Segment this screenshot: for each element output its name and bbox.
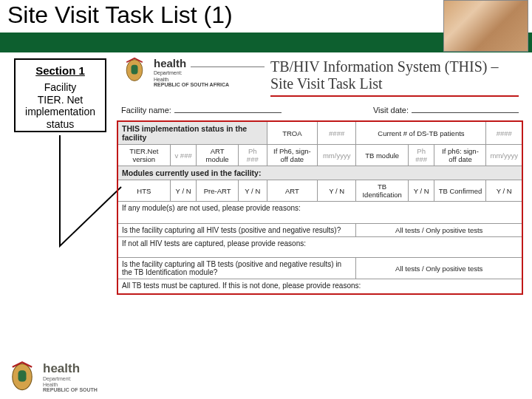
cell-tbid-yn: Y / N (408, 180, 434, 202)
facility-underline (174, 106, 282, 113)
cell-artm-yn: Y / N (317, 180, 356, 202)
cell-hiv-q: Is the facility capturing all HIV tests … (117, 224, 356, 237)
header-photo (443, 0, 528, 52)
cell-troa-label: TROA (267, 121, 317, 145)
brand-dept-l2: Health (154, 77, 265, 83)
cell-modules-header: Modules currently used in the facility: (117, 166, 522, 180)
section-caption: Facility TIER. Net implementation status (16, 77, 105, 130)
visit-date-field: Visit date: (373, 106, 519, 115)
footer-coat-of-arms-icon (6, 361, 38, 393)
doc-title-l2: Site Visit Task List (270, 75, 519, 92)
cell-tb-reason: All TB tests must be captured. If this i… (117, 279, 522, 294)
form-document: health Department: Health REPUBLIC OF SO… (117, 54, 523, 295)
coat-of-arms-icon (121, 57, 148, 83)
cell-ph6date-val: mm/yyyy (317, 145, 356, 166)
brand-dept-l3: REPUBLIC OF SOUTH AFRICA (154, 82, 265, 87)
cell-dstb-val: #### (486, 121, 522, 145)
footer-brand-name: health (43, 361, 98, 376)
cell-hiv-a: All tests / Only positive tests (356, 224, 522, 237)
cell-modules-reason: If any module(s) are not used, please pr… (117, 202, 522, 224)
footer-l2: Health (43, 382, 98, 388)
red-rule (270, 95, 519, 97)
footer-brand-text: health Department: Health REPUBLIC OF SO… (43, 361, 98, 392)
cell-hts-yn: Y / N (170, 180, 197, 202)
cell-art-label: ART module (197, 145, 238, 166)
cell-tbconf: TB Confirmed (434, 180, 486, 202)
svg-rect-1 (132, 65, 138, 75)
caption-l4: status (47, 118, 74, 130)
meta-row: Facility name: Visit date: (117, 104, 523, 120)
cell-version-label: TIER.Net version (117, 145, 170, 166)
cell-preart-yn: Y / N (238, 180, 267, 202)
cell-preart: Pre-ART (197, 180, 238, 202)
cell-tbconf-yn: Y / N (486, 180, 522, 202)
callout-pointer (51, 135, 125, 283)
doc-title-block: TB/HIV Information System (THIS) – Site … (270, 57, 519, 101)
caption-l2: TIER. Net (38, 94, 83, 106)
brand-block: health Department: Health REPUBLIC OF SO… (154, 57, 265, 87)
status-table: THIS implementation status in the facili… (117, 120, 523, 295)
footer-l1: Department: (43, 376, 98, 382)
cell-ph6b-label: If ph6: sign-off date (434, 145, 486, 166)
cell-ph6date-label: If Ph6, sign-off date (267, 145, 317, 166)
brand-dept-l1: Department: (154, 70, 265, 76)
form-header: health Department: Health REPUBLIC OF SO… (117, 54, 523, 104)
slide-title-bar: Site Visit Task List (1) (0, 0, 532, 39)
cell-tbmod-val: Ph ### (408, 145, 434, 166)
cell-tb-a: All tests / Only positive tests (356, 258, 522, 279)
cell-hts: HTS (117, 180, 170, 202)
cell-tbmod-label: TB module (356, 145, 408, 166)
svg-rect-3 (18, 370, 27, 381)
cell-art-val: Ph ### (238, 145, 267, 166)
cell-ph6b-val: mm/yyyy (486, 145, 522, 166)
cell-tbid: TB Identification (356, 180, 408, 202)
cell-hiv-reason: If not all HIV tests are captured, pleas… (117, 237, 522, 258)
cell-version-val: v ### (170, 145, 197, 166)
visit-underline (412, 106, 519, 113)
visit-label: Visit date: (373, 106, 409, 115)
brand-rule (191, 66, 265, 67)
cell-troa-val: #### (317, 121, 356, 145)
footer-l3: REPUBLIC OF SOUTH (43, 387, 98, 392)
cell-this-status: THIS implementation status in the facili… (117, 121, 267, 145)
section-number: Section 1 (16, 60, 105, 77)
slide-content: Section 1 Facility TIER. Net implementat… (0, 52, 532, 399)
section-callout-box: Section 1 Facility TIER. Net implementat… (14, 58, 106, 132)
facility-label: Facility name: (121, 106, 171, 115)
cell-dstb-label: Current # of DS-TB patients (356, 121, 486, 145)
brand-name: health (154, 57, 186, 69)
footer-brand: health Department: Health REPUBLIC OF SO… (6, 361, 98, 393)
facility-name-field: Facility name: (121, 106, 282, 115)
cell-artm: ART (267, 180, 317, 202)
cell-tb-q: Is the facility capturing all TB tests (… (117, 258, 356, 279)
slide-title: Site Visit Task List (1) (7, 1, 233, 29)
doc-title-l1: TB/HIV Information System (THIS) – (270, 58, 519, 75)
caption-l1: Facility (44, 81, 77, 93)
caption-l3: implementation (25, 106, 95, 117)
